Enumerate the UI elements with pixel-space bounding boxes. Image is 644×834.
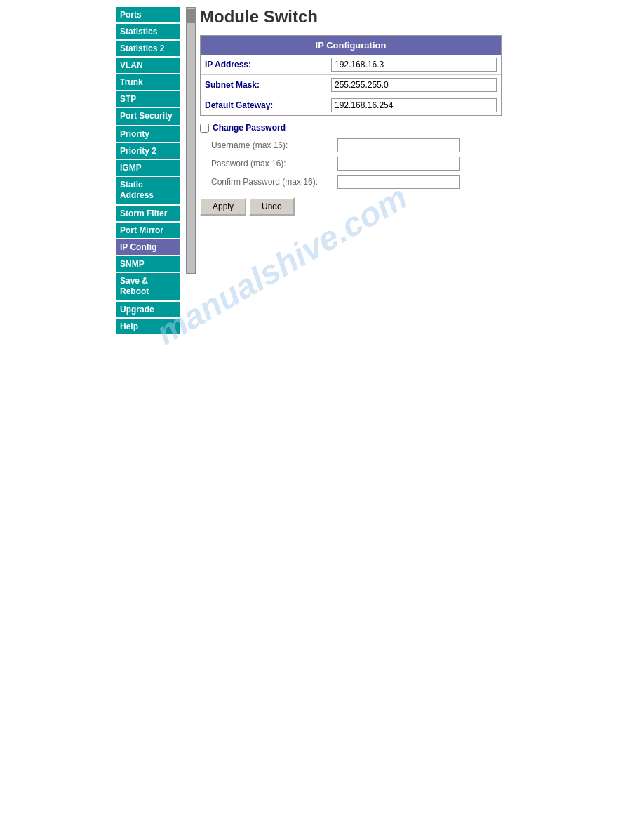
sidebar-item-vlan[interactable]: VLAN <box>116 58 180 73</box>
sidebar-item-save-reboot[interactable]: Save & Reboot <box>116 273 180 300</box>
confirm-password-label: Confirm Password (max 16): <box>211 177 337 187</box>
sidebar-item-storm-filter[interactable]: Storm Filter <box>116 206 180 221</box>
change-password-label: Change Password <box>213 123 286 133</box>
confirm-password-row: Confirm Password (max 16): <box>200 175 502 189</box>
ip-address-input[interactable] <box>331 58 497 72</box>
subnet-mask-input[interactable] <box>331 78 497 92</box>
password-row: Password (max 16): <box>200 157 502 171</box>
username-row: Username (max 16): <box>200 138 502 152</box>
sidebar-item-priority[interactable]: Priority <box>116 126 180 142</box>
change-password-header: Change Password <box>200 123 502 133</box>
sidebar-item-statistics[interactable]: Statistics <box>116 24 180 39</box>
subnet-mask-label: Subnet Mask: <box>205 80 331 90</box>
sidebar-item-stp[interactable]: STP <box>116 91 180 107</box>
username-label: Username (max 16): <box>211 140 337 150</box>
main-content: Module Switch IP Configuration IP Addres… <box>200 7 644 358</box>
scrollbar-thumb[interactable] <box>187 9 195 23</box>
sidebar-item-upgrade[interactable]: Upgrade <box>116 302 180 317</box>
username-input[interactable] <box>337 138 460 152</box>
ip-config-box: IP Configuration IP Address: Subnet Mask… <box>200 35 502 116</box>
password-label: Password (max 16): <box>211 159 337 168</box>
page-title: Module Switch <box>200 7 644 27</box>
sidebar-scrollbar[interactable] <box>186 7 196 274</box>
password-section: Change Password Username (max 16): Passw… <box>200 123 502 189</box>
sidebar-item-port-security[interactable]: Port Security <box>116 108 180 125</box>
config-header: IP Configuration <box>201 36 501 55</box>
password-input[interactable] <box>337 157 460 171</box>
confirm-password-input[interactable] <box>337 175 460 189</box>
sidebar-item-ports[interactable]: Ports <box>116 7 180 22</box>
default-gateway-row: Default Gateway: <box>201 95 501 115</box>
default-gateway-input[interactable] <box>331 98 497 112</box>
sidebar-item-help[interactable]: Help <box>116 319 180 334</box>
ip-address-row: IP Address: <box>201 55 501 75</box>
sidebar: PortsStatisticsStatistics 2VLANTrunkSTPP… <box>116 7 186 358</box>
undo-button[interactable]: Undo <box>249 197 295 216</box>
sidebar-item-igmp[interactable]: IGMP <box>116 160 180 176</box>
ip-address-label: IP Address: <box>205 60 331 70</box>
apply-button[interactable]: Apply <box>200 197 246 216</box>
sidebar-item-priority2[interactable]: Priority 2 <box>116 143 180 159</box>
sidebar-item-trunk[interactable]: Trunk <box>116 74 180 90</box>
sidebar-item-snmp[interactable]: SNMP <box>116 256 180 272</box>
sidebar-item-ip-config[interactable]: IP Config <box>116 239 180 255</box>
subnet-mask-row: Subnet Mask: <box>201 75 501 95</box>
sidebar-item-static-address[interactable]: Static Address <box>116 177 180 204</box>
sidebar-item-statistics2[interactable]: Statistics 2 <box>116 41 180 56</box>
button-row: Apply Undo <box>200 197 644 216</box>
default-gateway-label: Default Gateway: <box>205 100 331 110</box>
sidebar-item-port-mirror[interactable]: Port Mirror <box>116 223 180 238</box>
change-password-checkbox[interactable] <box>200 124 209 133</box>
